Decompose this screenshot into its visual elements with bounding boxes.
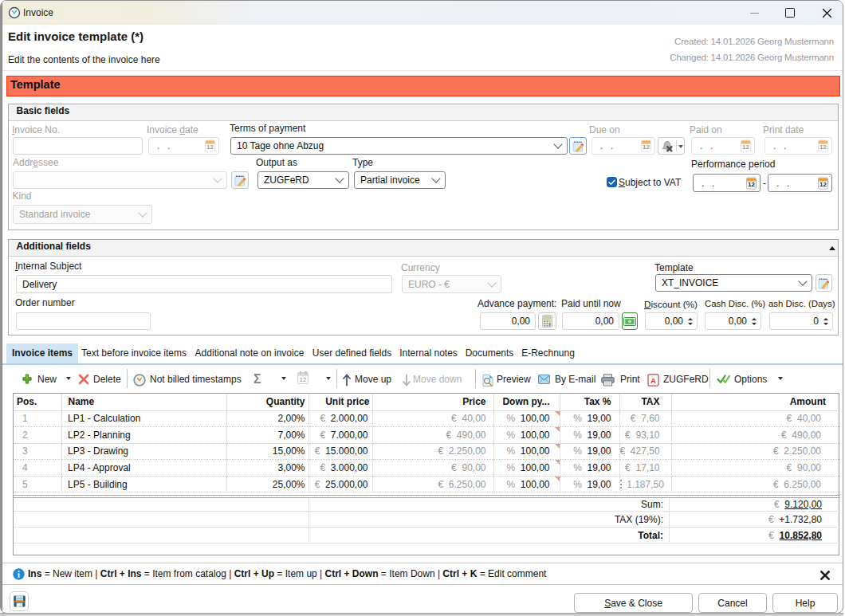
svg-text:A: A bbox=[650, 376, 656, 384]
